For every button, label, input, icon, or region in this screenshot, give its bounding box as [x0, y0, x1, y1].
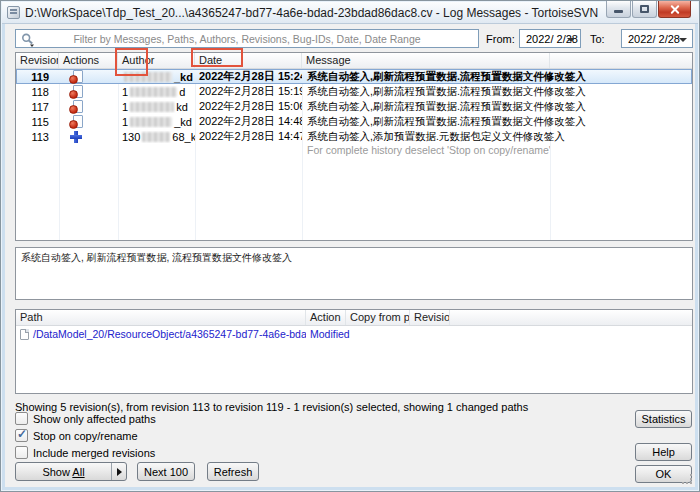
column-header-action[interactable]: Action: [306, 310, 346, 325]
paths-header: Path Action Copy from path Revision: [16, 310, 692, 326]
maximize-icon: [640, 5, 649, 13]
log-row-117[interactable]: 117 1kd 2022年2月28日 15:06:18 系统自动签入,刷新流程预…: [16, 99, 692, 114]
checkbox[interactable]: [15, 429, 28, 442]
revision-number: 115: [16, 116, 59, 128]
checkbox-label: Stop on copy/rename: [33, 430, 138, 442]
column-header-date[interactable]: Date: [195, 53, 302, 68]
column-header-filler: [550, 53, 692, 68]
chevron-down-icon: [567, 38, 575, 42]
column-header-revision[interactable]: Revision: [16, 53, 59, 68]
window-title: D:\WorkSpace\Tdp_Test_20...\a4365247-bd7…: [25, 6, 688, 20]
search-icon[interactable]: [21, 33, 35, 47]
show-all-button[interactable]: Show All: [15, 462, 127, 481]
close-button[interactable]: [658, 1, 691, 18]
modified-action-icon: [69, 115, 82, 128]
modified-action-icon: [69, 70, 82, 83]
checkbox-label: Include merged revisions: [33, 447, 155, 459]
commit-date: 2022年2月28日 14:47:02: [195, 129, 302, 144]
option-include-merged-revisions[interactable]: Include merged revisions: [15, 446, 155, 459]
commit-date: 2022年2月28日 15:06:18: [195, 99, 302, 114]
modified-action-icon: [69, 85, 82, 98]
title-bar[interactable]: D:\WorkSpace\Tdp_Test_20...\a4365247-bd7…: [2, 2, 698, 24]
changed-path-text: /DataModel_20/ResourceObject/a4365247-bd…: [33, 328, 306, 340]
to-date-picker[interactable]: 2022/ 2/28: [621, 29, 693, 48]
commit-date: 2022年2月28日 15:24:10: [195, 69, 302, 84]
author-cell: 13068_kd: [118, 131, 195, 143]
chevron-down-icon: [679, 38, 687, 42]
app-icon: [7, 6, 20, 19]
revision-list-header: Revision Actions Author Date Message: [16, 53, 692, 69]
to-date-value: 2022/ 2/28: [628, 33, 680, 45]
from-label: From:: [486, 33, 515, 45]
modified-action-icon: [69, 100, 82, 113]
column-header-author[interactable]: Author: [118, 53, 195, 68]
column-header-message[interactable]: Message: [302, 53, 550, 68]
log-row-119[interactable]: 119 _kd 2022年2月28日 15:24:10 系统自动签入,刷新流程预…: [16, 69, 692, 84]
resize-grip[interactable]: [682, 474, 693, 485]
added-action-icon: [69, 130, 82, 143]
help-button[interactable]: Help: [635, 443, 692, 461]
column-header-copy-from[interactable]: Copy from path: [346, 310, 410, 325]
revision-number: 117: [16, 101, 59, 113]
log-row-115[interactable]: 115 1_kd 2022年2月28日 14:48:20 系统自动签入,刷新流程…: [16, 114, 692, 129]
column-header-filler: [450, 310, 692, 325]
column-header-actions[interactable]: Actions: [59, 53, 118, 68]
from-date-picker[interactable]: 2022/ 2/28: [519, 29, 581, 48]
commit-message: 系统自动签入,刷新流程预置数据.流程预置数据文件修改签入: [302, 100, 692, 114]
commit-date: 2022年2月28日 15:19:16: [195, 84, 302, 99]
column-header-path[interactable]: Path: [16, 310, 306, 325]
log-messages-window: D:\WorkSpace\Tdp_Test_20...\a4365247-bd7…: [0, 0, 700, 492]
column-header-path-revision[interactable]: Revision: [410, 310, 450, 325]
checkbox[interactable]: [15, 446, 28, 459]
redacted-author: [130, 117, 172, 127]
minimize-icon: [614, 10, 623, 13]
log-row-118[interactable]: 118 1d 2022年2月28日 15:19:16 系统自动签入,刷新流程预置…: [16, 84, 692, 99]
author-cell: _kd: [118, 71, 195, 83]
file-icon: [20, 329, 29, 340]
to-label: To:: [590, 33, 605, 45]
revision-number: 119: [16, 71, 59, 83]
log-row-113[interactable]: 113 13068_kd 2022年2月28日 14:47:02 系统自动签入,…: [16, 129, 692, 144]
path-cell: /DataModel_20/ResourceObject/a4365247-bd…: [16, 328, 306, 340]
redacted-author: [124, 72, 172, 82]
commit-message: 系统自动签入,刷新流程预置数据.流程预置数据文件修改签入: [302, 115, 692, 129]
minimize-button[interactable]: [606, 1, 631, 18]
selected-message-text: 系统自动签入, 刷新流程预置数据, 流程预置数据文件修改签入: [21, 252, 292, 263]
author-cell: 1d: [118, 86, 195, 98]
message-preview-pane[interactable]: 系统自动签入, 刷新流程预置数据, 流程预置数据文件修改签入: [15, 247, 693, 300]
author-cell: 1kd: [118, 101, 195, 113]
checkbox[interactable]: [15, 412, 28, 425]
redacted-author: [130, 102, 174, 112]
filter-input[interactable]: [15, 29, 479, 48]
checkbox-label: Show only affected paths: [33, 413, 156, 425]
maximize-button[interactable]: [632, 1, 657, 18]
statistics-button[interactable]: Statistics: [635, 410, 692, 428]
show-all-label: Show All: [16, 466, 111, 478]
revision-list: Revision Actions Author Date Message 119…: [15, 52, 693, 241]
changed-path-row[interactable]: /DataModel_20/ResourceObject/a4365247-bd…: [16, 326, 692, 342]
option-show-only-affected-paths[interactable]: Show only affected paths: [15, 412, 156, 425]
commit-date: 2022年2月28日 14:48:20: [195, 114, 302, 129]
commit-message: 系统自动签入,刷新流程预置数据.流程预置数据文件修改签入: [302, 70, 692, 84]
revision-number: 118: [16, 86, 59, 98]
show-all-dropdown[interactable]: [112, 468, 126, 476]
changed-paths-list: Path Action Copy from path Revision /Dat…: [15, 309, 693, 394]
next-100-button[interactable]: Next 100: [137, 462, 195, 481]
triangle-right-icon: [117, 468, 122, 476]
refresh-button[interactable]: Refresh: [207, 462, 259, 481]
revision-number: 113: [16, 131, 59, 143]
commit-message: 系统自动签入,添加预置数据.元数据包定义文件修改签入: [302, 130, 692, 144]
commit-message: 系统自动签入,刷新流程预置数据.流程预置数据文件修改签入: [302, 85, 692, 99]
redacted-author: [130, 87, 177, 97]
window-controls: [606, 1, 691, 18]
option-stop-on-copy-rename[interactable]: Stop on copy/rename: [15, 429, 138, 442]
redacted-author: [142, 132, 170, 142]
path-action: Modified: [306, 328, 346, 340]
author-cell: 1_kd: [118, 116, 195, 128]
